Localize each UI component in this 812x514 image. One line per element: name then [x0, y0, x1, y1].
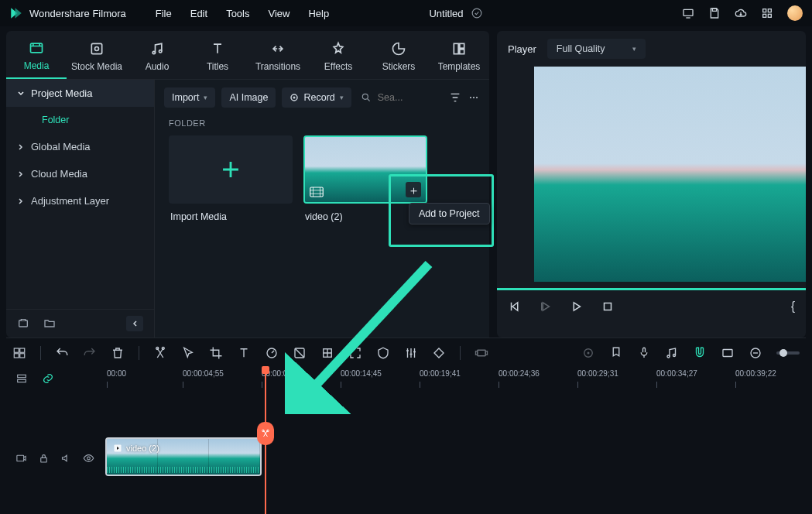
marker-icon[interactable]: [609, 346, 623, 360]
filmora-logo-icon: [9, 6, 23, 20]
stop-icon[interactable]: [601, 300, 615, 314]
media-panel: Media Stock Media Audio Titles Transitio…: [6, 31, 489, 338]
record-dot-icon: [290, 93, 299, 102]
expand-icon[interactable]: [348, 346, 362, 360]
step-play-icon[interactable]: [539, 300, 553, 314]
voiceover-icon[interactable]: [637, 346, 651, 360]
menu-edit[interactable]: Edit: [190, 8, 207, 19]
menu-help[interactable]: Help: [308, 8, 329, 19]
search-input[interactable]: [378, 92, 412, 103]
import-button[interactable]: Import▾: [164, 87, 215, 108]
app-logo: Wondershare Filmora: [9, 6, 126, 20]
title-bar-actions: [682, 5, 803, 21]
svg-rect-25: [14, 348, 19, 352]
video-track-icon[interactable]: [15, 452, 27, 464]
prev-frame-icon[interactable]: [508, 300, 522, 314]
tab-stickers[interactable]: Stickers: [368, 36, 429, 78]
player-quality-select[interactable]: Full Quality ▾: [547, 39, 646, 59]
tab-effects[interactable]: Effects: [308, 36, 368, 78]
import-media-thumb[interactable]: [169, 135, 293, 204]
tab-audio[interactable]: Audio: [127, 36, 187, 78]
svg-rect-28: [20, 354, 25, 358]
tab-templates[interactable]: Templates: [429, 36, 489, 78]
svg-rect-13: [460, 43, 464, 48]
tab-transitions[interactable]: Transitions: [248, 36, 308, 78]
film-strip-icon: [310, 187, 324, 197]
svg-point-17: [293, 97, 296, 99]
save-icon[interactable]: [708, 7, 721, 19]
visibility-icon[interactable]: [83, 452, 94, 464]
lock-track-icon[interactable]: [38, 452, 50, 464]
link-icon[interactable]: [42, 372, 54, 385]
svg-rect-14: [460, 50, 464, 54]
chroma-key-icon[interactable]: [320, 346, 334, 360]
svg-rect-35: [476, 351, 478, 355]
sidebar-item-global-media[interactable]: Global Media: [6, 133, 154, 160]
sidebar-item-project-media[interactable]: Project Media: [6, 80, 154, 107]
layout-icon[interactable]: [15, 372, 28, 385]
zoom-out-icon[interactable]: [749, 346, 762, 360]
apps-grid-icon[interactable]: [761, 7, 773, 19]
import-media-card[interactable]: Import Media: [169, 135, 293, 222]
record-button[interactable]: Record▾: [282, 87, 351, 108]
sidebar-item-adjustment-layer[interactable]: Adjustment Layer: [6, 187, 154, 214]
panels-icon[interactable]: [12, 346, 26, 360]
more-icon[interactable]: [468, 91, 480, 104]
svg-rect-15: [19, 320, 28, 327]
media-content-toolbar: Import▾ AI Image Record▾: [155, 80, 489, 115]
svg-rect-1: [684, 9, 693, 15]
filter-icon[interactable]: [449, 91, 461, 104]
player-canvas[interactable]: [534, 67, 806, 282]
play-icon[interactable]: [570, 300, 584, 314]
search-icon[interactable]: [361, 92, 372, 103]
video-clip-thumb[interactable]: ＋: [303, 135, 427, 204]
mask-icon[interactable]: [376, 346, 390, 360]
render-icon[interactable]: [475, 346, 488, 360]
sidebar-sub-folder[interactable]: Folder: [6, 107, 154, 133]
caret-down-icon: ▾: [340, 94, 344, 101]
ai-image-button[interactable]: AI Image: [221, 87, 276, 108]
clip-label: video (2): [113, 444, 159, 453]
delete-icon[interactable]: [111, 346, 125, 360]
tab-media[interactable]: Media: [6, 36, 67, 79]
crop-icon[interactable]: [209, 346, 223, 360]
player-settings-brace[interactable]: {: [791, 300, 795, 314]
adjust-icon[interactable]: [404, 346, 418, 360]
color-grade-icon[interactable]: [293, 346, 307, 360]
video-track-lane[interactable]: video (2): [104, 436, 806, 481]
saved-check-icon: [471, 8, 482, 19]
split-icon[interactable]: [153, 346, 167, 360]
fit-zoom-icon[interactable]: [721, 346, 735, 360]
ruler-tick: 00:00:14;45: [341, 369, 382, 378]
collapse-sidebar-button[interactable]: [126, 316, 143, 331]
keyframe-icon[interactable]: [432, 346, 446, 360]
playhead[interactable]: [265, 368, 266, 514]
menu-file[interactable]: File: [156, 8, 172, 19]
redo-icon[interactable]: [83, 346, 97, 360]
add-to-project-badge[interactable]: ＋: [406, 182, 421, 197]
timeline-ruler[interactable]: 00:00 00:00:04;55 00:00:09;50 00:00:14;4…: [104, 368, 806, 399]
mixer-dot-icon[interactable]: [581, 346, 595, 360]
zoom-slider[interactable]: [776, 351, 800, 355]
text-tool-icon[interactable]: [237, 346, 251, 360]
screen-icon[interactable]: [682, 7, 694, 19]
menu-tools[interactable]: Tools: [226, 8, 249, 19]
speed-icon[interactable]: [265, 346, 279, 360]
tab-stock-media[interactable]: Stock Media: [67, 36, 127, 78]
mute-track-icon[interactable]: [60, 452, 72, 464]
tab-titles[interactable]: Titles: [187, 36, 248, 78]
menu-view[interactable]: View: [268, 8, 290, 19]
select-tool-icon[interactable]: [181, 346, 195, 360]
audio-mixer-icon[interactable]: [665, 346, 679, 360]
cloud-icon[interactable]: [735, 7, 747, 19]
timeline-clip[interactable]: video (2): [105, 437, 262, 476]
sidebar-item-cloud-media[interactable]: Cloud Media: [6, 160, 154, 187]
undo-icon[interactable]: [55, 346, 69, 360]
magnet-icon[interactable]: [693, 346, 707, 360]
user-avatar[interactable]: [787, 5, 803, 21]
split-playhead-handle[interactable]: [257, 422, 274, 445]
search-wrap: [358, 92, 415, 103]
add-to-project-tooltip: Add to Project: [409, 203, 490, 224]
new-folder-icon[interactable]: [43, 317, 56, 330]
new-bin-icon[interactable]: [17, 317, 29, 330]
